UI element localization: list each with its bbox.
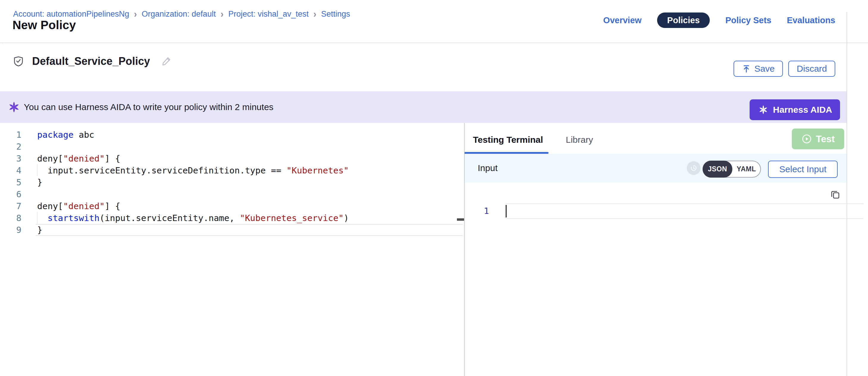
tab-library[interactable]: Library	[566, 135, 593, 145]
aida-flower-icon	[757, 104, 769, 116]
policy-name: Default_Service_Policy	[32, 55, 150, 67]
format-option-json[interactable]: JSON	[703, 161, 732, 178]
line-number: 8	[2, 212, 22, 224]
play-icon	[801, 133, 812, 144]
new-policy-page: Account: automationPipelinesNg › Organiz…	[0, 0, 868, 376]
chevron-right-icon: ›	[134, 8, 137, 19]
aida-flower-icon	[7, 100, 21, 114]
line-number: 3	[2, 153, 22, 164]
tab-evaluations[interactable]: Evaluations	[787, 12, 835, 28]
code-line[interactable]: 8 startswith(input.serviceEntity.name, "…	[2, 212, 464, 224]
code-line[interactable]: 1package abc	[2, 129, 464, 141]
line-number: 9	[2, 224, 22, 236]
tab-overview[interactable]: Overview	[603, 12, 642, 28]
harness-aida-button[interactable]: Harness AIDA	[750, 99, 840, 120]
page-header: Account: automationPipelinesNg › Organiz…	[0, 0, 868, 43]
test-input-editor[interactable]: 1	[465, 183, 868, 376]
code-text: }	[22, 224, 42, 236]
code-line[interactable]: 9}	[2, 224, 464, 236]
code-text: package abc	[22, 129, 94, 141]
upload-icon	[742, 64, 751, 73]
format-option-yaml[interactable]: YAML	[732, 161, 760, 177]
save-button[interactable]: Save	[734, 61, 783, 77]
test-button[interactable]: Test	[792, 128, 844, 149]
code-text: }	[22, 177, 42, 188]
code-line[interactable]: 6	[2, 188, 464, 200]
code-line[interactable]: 7deny["denied"] {	[2, 200, 464, 212]
line-number: 4	[2, 164, 22, 177]
tab-testing-terminal[interactable]: Testing Terminal	[473, 135, 543, 145]
code-line[interactable]: 2	[2, 141, 464, 153]
chevron-right-icon: ›	[220, 8, 223, 19]
line-number: 6	[2, 188, 22, 200]
line-number: 2	[2, 141, 22, 153]
policy-code-editor[interactable]: 1package abc23deny["denied"] {4 input.se…	[2, 123, 464, 376]
code-text: deny["denied"] {	[22, 153, 120, 164]
breadcrumb-account[interactable]: Account: automationPipelinesNg	[13, 9, 129, 19]
breadcrumb: Account: automationPipelinesNg › Organiz…	[13, 9, 350, 19]
aida-banner: You can use Harness AIDA to write your p…	[0, 91, 846, 123]
input-header-bar: Input JSON YAML Select Input	[465, 154, 846, 183]
history-icon	[687, 161, 701, 175]
text-cursor	[506, 205, 506, 217]
code-line[interactable]: 3deny["denied"] {	[2, 153, 464, 164]
policy-identity: Default_Service_Policy	[12, 55, 172, 67]
format-toggle: JSON YAML	[703, 161, 761, 178]
terminal-tab-bar: Testing Terminal Library	[465, 123, 846, 154]
select-input-button[interactable]: Select Input	[768, 161, 838, 178]
policy-toolbar: Default_Service_Policy Save	[0, 44, 868, 91]
code-text: startswith(input.serviceEntity.name, "Ku…	[22, 212, 349, 224]
breadcrumb-settings[interactable]: Settings	[321, 9, 350, 19]
edit-icon[interactable]	[161, 56, 172, 67]
line-number: 7	[2, 200, 22, 212]
tab-policies[interactable]: Policies	[657, 12, 710, 28]
content-right-divider	[846, 12, 847, 376]
line-number: 1	[2, 129, 22, 141]
chevron-right-icon: ›	[313, 8, 316, 19]
code-text	[22, 188, 37, 200]
code-text	[22, 141, 37, 153]
policy-shield-icon	[12, 55, 24, 67]
tab-policy-sets[interactable]: Policy Sets	[725, 12, 771, 28]
breadcrumb-project[interactable]: Project: vishal_av_test	[228, 9, 308, 19]
code-text: input.serviceEntity.serviceDefinition.ty…	[22, 164, 349, 177]
page-title: New Policy	[12, 19, 76, 32]
copy-icon[interactable]	[830, 189, 841, 200]
code-line[interactable]: 4 input.serviceEntity.serviceDefinition.…	[2, 164, 464, 177]
breadcrumb-organization[interactable]: Organization: default	[142, 9, 216, 19]
module-nav-tabs: Overview Policies Policy Sets Evaluation…	[603, 12, 835, 28]
code-text: deny["denied"] {	[22, 200, 120, 212]
aida-banner-message: You can use Harness AIDA to write your p…	[7, 100, 273, 114]
input-current-line[interactable]	[506, 203, 864, 219]
input-label: Input	[478, 163, 498, 173]
code-line[interactable]: 5}	[2, 177, 464, 188]
line-number: 5	[2, 177, 22, 188]
discard-button[interactable]: Discard	[788, 61, 835, 77]
input-line-number: 1	[476, 206, 489, 216]
toolbar-actions: Save Discard	[734, 61, 835, 77]
